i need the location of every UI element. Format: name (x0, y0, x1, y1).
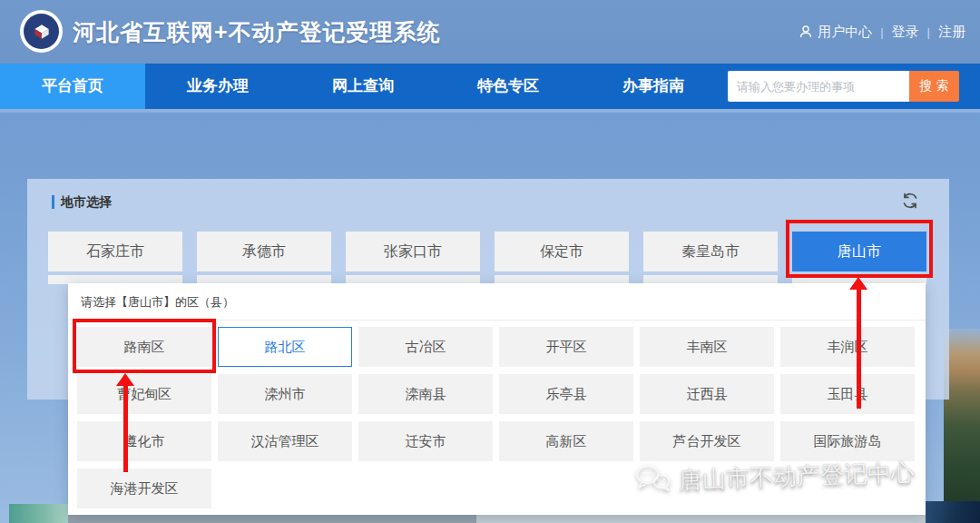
district-button-gaoxin[interactable]: 高新区 (499, 421, 633, 461)
district-button-lubei[interactable]: 路北区 (218, 327, 352, 367)
background-card-left (9, 504, 68, 523)
user-links: 用户中心 | 登录 | 注册 (799, 0, 965, 64)
site-logo (20, 10, 63, 53)
district-panel-title: 请选择【唐山市】的区（县） (68, 283, 926, 321)
search-box: 搜 索 (728, 71, 959, 102)
nav-item-online-query[interactable]: 网上查询 (290, 64, 436, 109)
district-button-luanzhou[interactable]: 滦州市 (218, 374, 352, 414)
district-button-haigang[interactable]: 海港开发区 (77, 469, 211, 508)
annotation-box-lunan (73, 319, 216, 373)
city-button-baoding[interactable]: 保定市 (495, 232, 629, 271)
city-button-chengde[interactable]: 承德市 (197, 232, 331, 271)
city-button-qinhuangdao[interactable]: 秦皇岛市 (643, 232, 778, 271)
city-button-zhangjiakou[interactable]: 张家口市 (346, 232, 480, 271)
annotation-arrow-lunan-shaft (123, 385, 128, 472)
district-button-zunhua[interactable]: 遵化市 (77, 421, 211, 461)
annotation-arrow-tangshan-icon (849, 277, 867, 290)
refresh-icon[interactable] (900, 191, 920, 211)
separator: | (880, 25, 883, 39)
district-button-laoting[interactable]: 乐亭县 (499, 374, 633, 414)
header: 河北省互联网+不动产登记受理系统 用户中心 | 登录 | 注册 (0, 0, 980, 64)
district-button-fengrun[interactable]: 丰润区 (780, 327, 915, 367)
annotation-box-tangshan (786, 220, 933, 278)
page-title: 河北省互联网+不动产登记受理系统 (73, 0, 441, 64)
district-button-luannan[interactable]: 滦南县 (358, 374, 493, 414)
separator: | (927, 25, 930, 39)
logo-emblem-icon (24, 14, 59, 49)
district-button-caofeidian[interactable]: 曹妃甸区 (77, 374, 211, 414)
nav-item-guide[interactable]: 办事指南 (581, 64, 726, 109)
wechat-icon (632, 461, 671, 501)
district-button-qianan[interactable]: 迁安市 (358, 421, 493, 461)
page: 河北省互联网+不动产登记受理系统 用户中心 | 登录 | 注册 平台首页 业务办… (0, 0, 980, 523)
district-button-fengnan[interactable]: 丰南区 (640, 327, 774, 367)
district-button-guye[interactable]: 古冶区 (358, 327, 493, 367)
district-button-qianxi[interactable]: 迁西县 (640, 374, 774, 414)
annotation-arrow-lunan-icon (116, 373, 134, 386)
district-button-kaiping[interactable]: 开平区 (499, 327, 633, 367)
district-button-lutai[interactable]: 芦台开发区 (640, 421, 774, 461)
background-card-right (926, 501, 980, 523)
great-wall-background (944, 329, 980, 505)
user-center-link[interactable]: 用户中心 (818, 24, 872, 41)
nav-item-business[interactable]: 业务办理 (145, 64, 290, 109)
user-icon (799, 25, 813, 39)
city-button-shijiazhuang[interactable]: 石家庄市 (48, 232, 182, 271)
district-button-yutian[interactable]: 玉田县 (780, 374, 915, 414)
nav-item-home[interactable]: 平台首页 (0, 64, 145, 109)
nav-item-special-zone[interactable]: 特色专区 (436, 64, 581, 109)
city-panel-title: 地市选择 (52, 194, 112, 211)
nav-divider (0, 109, 980, 113)
background-strip (476, 515, 926, 523)
watermark-text: 唐山市不动产登记中心 (678, 457, 915, 497)
search-input[interactable] (728, 71, 909, 102)
search-button[interactable]: 搜 索 (909, 71, 959, 102)
district-button-hangu[interactable]: 汉沽管理区 (218, 421, 352, 461)
login-link[interactable]: 登录 (892, 24, 919, 41)
annotation-arrow-tangshan-shaft (857, 289, 861, 409)
register-link[interactable]: 注册 (938, 24, 965, 41)
background-strip (68, 515, 476, 523)
